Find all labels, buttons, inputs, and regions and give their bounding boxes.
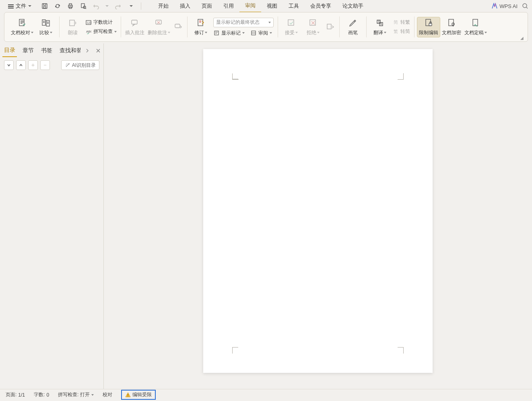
- restrict-editing-button[interactable]: 限制编辑: [417, 17, 440, 37]
- sb-page[interactable]: 页面: 1/1: [6, 391, 25, 398]
- chevron-down-icon: [50, 32, 52, 33]
- print-preview-icon[interactable]: [80, 2, 87, 10]
- tab-reference[interactable]: 引用: [218, 0, 239, 12]
- print-icon[interactable]: [67, 2, 74, 10]
- ai-recognize-toc-button[interactable]: AI识别目录: [61, 60, 99, 70]
- sp-remove-icon: －: [40, 60, 50, 70]
- insert-comment-icon: [130, 18, 140, 28]
- tab-insert[interactable]: 插入: [174, 0, 196, 12]
- compare-button[interactable]: 比较: [35, 17, 57, 37]
- quick-access-customize-icon[interactable]: [130, 5, 133, 7]
- undo-dropdown-icon[interactable]: [105, 5, 109, 7]
- search-icon[interactable]: [522, 2, 529, 10]
- document-canvas[interactable]: [104, 43, 532, 389]
- tab-thesis[interactable]: 论文助手: [337, 0, 369, 12]
- next-change-button: [324, 21, 337, 33]
- word-count-button[interactable]: 123 字数统计: [85, 19, 117, 26]
- workspace: 目录 章节 书签 查找和替 ＋ － AI识别目录: [0, 43, 532, 389]
- chevron-down-icon: [270, 32, 272, 34]
- page-margin-corner: [232, 347, 239, 354]
- insert-comment-label: 插入批注: [125, 29, 144, 36]
- delete-comment-label: 删除批注: [148, 29, 167, 36]
- side-panel-tabs: 目录 章节 书签 查找和替: [0, 43, 103, 58]
- doc-finalize-icon: [471, 18, 480, 28]
- doc-finalize-button[interactable]: 文档定稿: [463, 17, 489, 37]
- next-comment-button: [172, 21, 185, 33]
- svg-text:123: 123: [87, 21, 91, 24]
- sp-collapse-up-icon[interactable]: [16, 60, 26, 70]
- sp-tab-toc[interactable]: 目录: [2, 44, 17, 57]
- sb-word-label: 字数:: [34, 391, 45, 398]
- save-icon[interactable]: [41, 2, 48, 10]
- ribbon-collapse-icon[interactable]: ◢: [520, 36, 524, 40]
- sb-spell-check[interactable]: 拼写检查: 打开: [58, 391, 94, 398]
- doc-encrypt-label: 文档加密: [442, 29, 461, 36]
- svg-rect-31: [128, 394, 128, 396]
- sb-page-value: 1/1: [18, 392, 25, 398]
- file-menu[interactable]: 文件: [6, 1, 34, 11]
- simp-to-trad-button: 简 转繁: [392, 19, 410, 26]
- svg-text:A: A: [380, 23, 382, 25]
- trad-char-icon: 繁: [392, 29, 399, 35]
- page-margin-corner: [397, 73, 404, 80]
- translate-button[interactable]: 文A 翻译: [369, 17, 391, 37]
- sp-tab-find[interactable]: 查找和替: [58, 45, 80, 57]
- tab-review[interactable]: 审阅: [239, 0, 261, 12]
- file-menu-label: 文件: [16, 2, 26, 10]
- ai-recognize-toc-label: AI识别目录: [72, 62, 96, 69]
- show-markup-button[interactable]: 显示标记: [213, 30, 245, 37]
- sb-page-label: 页面:: [6, 391, 16, 398]
- tab-start[interactable]: 开始: [153, 0, 174, 12]
- markup-state-combo[interactable]: 显示标记的最终状态: [213, 18, 274, 27]
- spell-check-button[interactable]: ABC 拼写检查: [85, 28, 117, 35]
- read-aloud-icon: [68, 18, 78, 28]
- ribbon-group-protect: 限制编辑 文档加密 文档定稿: [414, 14, 491, 40]
- tab-member[interactable]: 会员专享: [305, 0, 337, 12]
- svg-rect-1: [43, 6, 46, 8]
- delete-comment-icon: [154, 18, 164, 28]
- sb-restricted-label: 编辑受限: [132, 391, 152, 398]
- sb-edit-restricted[interactable]: 编辑受限: [121, 390, 156, 400]
- wps-ai-button[interactable]: WPS AI: [491, 3, 518, 9]
- sb-proof[interactable]: 校对: [103, 391, 112, 398]
- warning-icon: [125, 392, 131, 398]
- svg-rect-16: [156, 20, 161, 24]
- sb-word-count[interactable]: 字数: 0: [34, 391, 49, 398]
- tab-page[interactable]: 页面: [196, 0, 218, 12]
- side-panel: 目录 章节 书签 查找和替 ＋ － AI识别目录: [0, 43, 104, 389]
- ribbon-group-language: 朗读 123 字数统计 ABC 拼写检查: [60, 14, 121, 40]
- svg-text:文: 文: [377, 20, 380, 23]
- sp-tab-chapter[interactable]: 章节: [21, 45, 35, 57]
- chevron-down-icon: [28, 5, 31, 7]
- delete-comment-button: 删除批注: [146, 17, 172, 37]
- sp-tab-scroll-right-icon[interactable]: [85, 48, 90, 53]
- tab-view[interactable]: 视图: [261, 0, 283, 12]
- reject-label: 拒绝: [307, 29, 316, 36]
- doc-proof-button[interactable]: 文档校对: [9, 17, 35, 37]
- svg-rect-11: [70, 20, 74, 26]
- track-changes-icon: [196, 18, 206, 28]
- doc-encrypt-button[interactable]: 文档加密: [440, 17, 463, 37]
- document-page[interactable]: [203, 49, 433, 373]
- tab-tools[interactable]: 工具: [283, 0, 305, 12]
- side-panel-tools: ＋ － AI识别目录: [0, 58, 103, 72]
- track-changes-label: 修订: [194, 29, 204, 36]
- sp-tab-bookmark[interactable]: 书签: [39, 45, 54, 57]
- chevron-down-icon: [205, 32, 207, 33]
- sp-expand-down-icon[interactable]: [4, 60, 14, 70]
- redo-icon: [114, 2, 122, 10]
- sb-spell-value: 打开: [80, 391, 90, 398]
- svg-text:ABC: ABC: [86, 30, 91, 33]
- sp-close-icon[interactable]: [95, 48, 101, 53]
- page-margin-corner: [397, 347, 404, 354]
- sync-icon[interactable]: [54, 2, 61, 10]
- compare-label: 比较: [39, 29, 49, 36]
- review-pane-icon: [250, 30, 257, 36]
- ribbon-group-tracking: 修订 显示标记的最终状态 显示标记 审阅: [188, 14, 278, 40]
- ribbon-group-translate: 文A 翻译 简 转繁 繁 转简: [367, 14, 414, 40]
- track-changes-button[interactable]: 修订: [190, 17, 212, 37]
- ink-icon: [348, 18, 358, 28]
- ink-button[interactable]: 画笔: [342, 17, 364, 37]
- page-margin-corner: [232, 73, 239, 80]
- review-pane-button[interactable]: 审阅: [250, 30, 272, 37]
